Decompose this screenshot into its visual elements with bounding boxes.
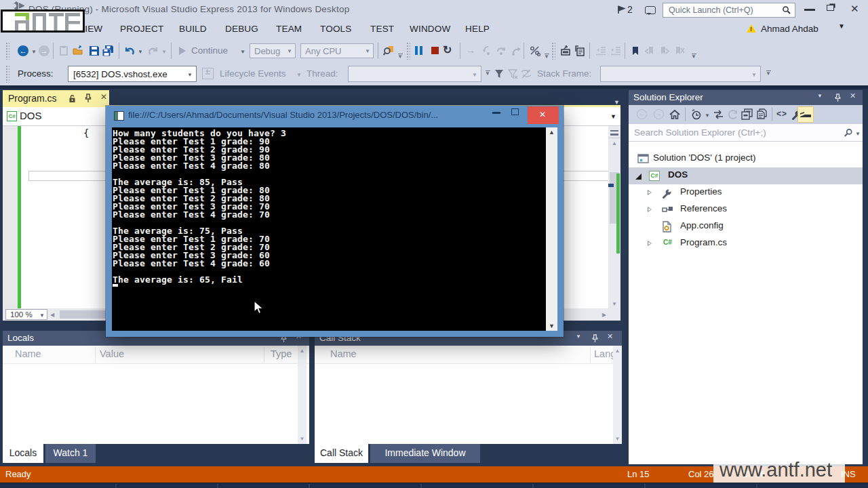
view-code-icon[interactable]: <> (776, 109, 787, 119)
hex-display-icon[interactable] (530, 45, 540, 56)
menu-tools[interactable]: TOOLS (320, 24, 352, 34)
console-minimize-button[interactable] (492, 112, 500, 114)
filter-dropdown-caret[interactable]: ▼ (705, 113, 710, 119)
notifications-flag-icon[interactable] (617, 5, 626, 14)
console-maximize-button[interactable] (511, 108, 519, 115)
toolbar-grip[interactable] (551, 42, 555, 60)
tree-item-project-dos[interactable]: C# DOS (629, 167, 863, 184)
expander-collapsed-icon[interactable] (648, 190, 652, 196)
console-close-button[interactable]: ✕ (528, 106, 559, 124)
tab-call-stack[interactable]: Call Stack (315, 444, 368, 463)
navigation-project-dropdown[interactable]: DOS (20, 110, 42, 121)
minimize-button[interactable] (804, 1, 815, 11)
lifecycle-events-button[interactable]: Lifecycle Events (220, 68, 286, 79)
menu-debug[interactable]: DEBUG (225, 24, 258, 34)
toolbar-overflow-button[interactable]: ▼ (397, 54, 403, 58)
navigate-backward-button[interactable]: ← (18, 45, 28, 56)
pending-changes-filter-icon[interactable] (691, 109, 702, 120)
call-stack-grid[interactable]: Name Language ▲▼ (315, 346, 622, 444)
console-window[interactable]: file:///C:/Users/Ahmad/Documents/Visual … (106, 106, 564, 337)
close-button[interactable]: ✕ (850, 3, 859, 15)
se-forward-button[interactable]: → (654, 109, 664, 119)
scroll-down-arrow[interactable]: ▼ (608, 301, 620, 307)
user-dropdown-caret[interactable]: ▼ (838, 22, 845, 30)
expander-collapsed-icon[interactable] (648, 241, 652, 247)
scroll-up-arrow[interactable]: ▲ (608, 140, 620, 146)
se-back-button[interactable]: ← (637, 109, 647, 119)
clear-bookmarks-icon[interactable] (674, 45, 685, 56)
redo-icon[interactable] (148, 45, 159, 56)
tree-item-app-config[interactable]: App.config (629, 218, 863, 235)
toolbar-overflow-button[interactable]: ▼ (690, 54, 697, 58)
toolbar-overflow-button[interactable]: ▼ (484, 70, 491, 75)
toolbar-grip[interactable] (5, 65, 9, 83)
stack-frame-combo[interactable]: ▼ (600, 66, 761, 82)
expander-expanded-icon[interactable] (635, 174, 642, 180)
console-scrollbar[interactable]: ▲▼ (546, 127, 557, 331)
column-header-name[interactable]: Name (15, 348, 41, 359)
collapse-all-icon[interactable] (741, 108, 753, 120)
continue-icon[interactable] (179, 47, 186, 55)
filter-flagged-threads-icon[interactable] (494, 68, 505, 79)
column-header-name[interactable]: Name (330, 348, 357, 359)
lifecycle-events-caret[interactable]: ▼ (296, 72, 302, 78)
zoom-level-combo[interactable]: 100 % ▼ (5, 309, 47, 320)
close-icon[interactable]: ✕ (607, 332, 613, 341)
step-into-icon[interactable] (481, 45, 492, 56)
insert-snippet-icon[interactable] (574, 45, 585, 56)
filter-icon[interactable] (507, 68, 518, 79)
undo-icon[interactable] (124, 45, 135, 56)
toolbar-overflow-button[interactable]: ▼ (765, 70, 772, 75)
tree-item-references[interactable]: References (629, 201, 863, 218)
editor-vertical-scrollbar[interactable]: ▲ ▼ (608, 126, 620, 321)
menu-window[interactable]: WINDOW (410, 24, 450, 34)
navigate-to-icon[interactable] (560, 45, 571, 56)
solution-explorer-title-bar[interactable]: Solution Explorer ▼ ✕ (629, 90, 863, 105)
tree-item-program-cs[interactable]: C# Program.cs (629, 235, 863, 252)
find-in-files-icon[interactable] (383, 45, 394, 56)
process-combo[interactable]: [6532] DOS.vshost.exe ▼ (68, 66, 197, 82)
show-next-statement-icon[interactable]: → (466, 45, 475, 56)
home-icon[interactable] (669, 109, 680, 120)
save-all-icon[interactable] (102, 45, 113, 56)
break-all-button[interactable] (415, 46, 423, 55)
quick-launch-box[interactable]: Quick Launch (Ctrl+Q) (663, 3, 795, 18)
locals-scrollbar[interactable]: ▲▼ (298, 346, 307, 444)
continue-caret[interactable]: ▼ (240, 49, 245, 55)
solution-platform-combo[interactable]: Any CPU▼ (300, 43, 374, 58)
tab-watch-1[interactable]: Watch 1 (45, 444, 96, 463)
thread-combo[interactable]: ▼ (348, 66, 481, 82)
tab-locals[interactable]: Locals (3, 444, 43, 463)
undo-caret[interactable]: ▼ (138, 49, 143, 55)
solution-configuration-combo[interactable]: Debug▼ (250, 43, 296, 58)
open-file-icon[interactable] (73, 45, 83, 56)
stop-debugging-button[interactable] (431, 47, 439, 54)
pin-icon[interactable] (84, 94, 92, 103)
step-out-icon[interactable] (511, 45, 521, 56)
menu-help[interactable]: HELP (465, 24, 490, 34)
search-options-caret[interactable]: ▼ (855, 131, 861, 137)
step-backward-icon[interactable] (202, 68, 214, 79)
refresh-icon[interactable] (728, 109, 738, 120)
navigate-forward-button[interactable]: → (39, 45, 50, 56)
restart-button[interactable]: ↻ (443, 43, 452, 56)
tree-item-properties[interactable]: Properties (629, 184, 863, 201)
column-header-value[interactable]: Value (100, 348, 124, 359)
column-header-type[interactable]: Type (271, 348, 292, 359)
menu-project[interactable]: PROJECT (120, 24, 163, 34)
increase-indent-icon[interactable] (610, 45, 621, 56)
scroll-left-arrow[interactable]: ◀ (50, 312, 54, 318)
maximize-button[interactable] (827, 5, 834, 11)
search-icon[interactable] (844, 128, 853, 138)
redo-caret[interactable]: ▼ (161, 49, 167, 55)
window-position-caret[interactable]: ▼ (576, 333, 581, 340)
solution-explorer-search-box[interactable]: Search Solution Explorer (Ctrl+;) ▼ (629, 124, 863, 142)
toggle-bookmark-icon[interactable] (630, 45, 641, 56)
navigate-backward-caret[interactable]: ▼ (31, 49, 37, 55)
locals-grid[interactable]: Name Value Type ▲▼ (3, 346, 309, 444)
preview-selected-items-toggle[interactable] (797, 106, 814, 123)
tree-item-solution[interactable]: Solution 'DOS' (1 project) (629, 150, 863, 167)
navigation-dropdown-caret[interactable]: ▼ (610, 113, 616, 120)
scroll-right-arrow[interactable]: ▶ (602, 312, 606, 318)
continue-button[interactable]: Continue (191, 45, 228, 56)
